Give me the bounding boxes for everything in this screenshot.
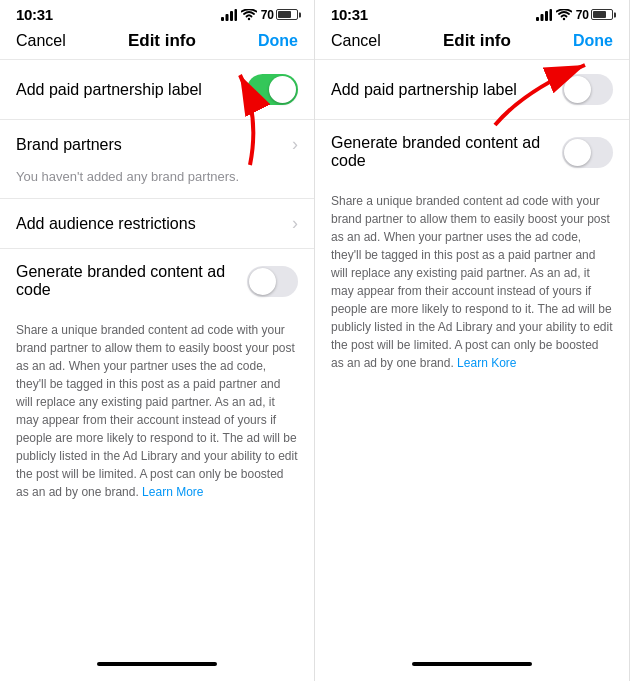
signal-icon-1 [221, 9, 237, 21]
paid-partnership-label-1: Add paid partnership label [16, 81, 202, 99]
home-bar-1 [97, 662, 217, 666]
wifi-icon-2 [556, 9, 572, 21]
chevron-icon-2: › [292, 213, 298, 234]
paid-partnership-label-2: Add paid partnership label [331, 81, 517, 99]
done-button-1[interactable]: Done [258, 32, 298, 50]
svg-rect-2 [230, 11, 233, 21]
home-indicator-2 [315, 653, 629, 681]
cancel-button-2[interactable]: Cancel [331, 32, 381, 50]
branded-content-toggle-1[interactable] [247, 266, 298, 297]
toggle-thumb-4 [564, 139, 591, 166]
page-title-1: Edit info [128, 31, 196, 51]
brand-partners-subtext-1: You haven't added any brand partners. [0, 169, 314, 198]
description-text-2: Share a unique branded content ad code w… [331, 194, 613, 370]
battery-1: 70 [261, 8, 298, 22]
svg-rect-5 [536, 17, 539, 21]
chevron-icon-1: › [292, 134, 298, 155]
paid-partnership-toggle-2[interactable] [562, 74, 613, 105]
home-indicator-1 [0, 653, 314, 681]
audience-restrictions-item-1[interactable]: Add audience restrictions › [0, 199, 314, 248]
content-2: Add paid partnership label Generate bran… [315, 60, 629, 653]
svg-rect-7 [545, 11, 548, 21]
status-bar-1: 10:31 70 [0, 0, 314, 27]
status-icons-1: 70 [221, 8, 298, 22]
svg-rect-0 [221, 17, 224, 21]
brand-partners-label-1: Brand partners [16, 136, 122, 154]
branded-content-label-1: Generate branded content ad code [16, 263, 247, 299]
status-time-2: 10:31 [331, 6, 368, 23]
status-bar-2: 10:31 70 [315, 0, 629, 27]
branded-content-toggle-2[interactable] [562, 137, 613, 168]
done-button-2[interactable]: Done [573, 32, 613, 50]
description-text-1: Share a unique branded content ad code w… [16, 323, 298, 499]
wifi-icon-1 [241, 9, 257, 21]
cancel-button-1[interactable]: Cancel [16, 32, 66, 50]
signal-icon-2 [536, 9, 552, 21]
battery-2: 70 [576, 8, 613, 22]
nav-bar-2: Cancel Edit info Done [315, 27, 629, 60]
paid-partnership-toggle-1[interactable] [247, 74, 298, 105]
branded-content-row-1: Generate branded content ad code [0, 249, 314, 313]
brand-partners-item-1[interactable]: Brand partners › [0, 120, 314, 169]
description-2: Share a unique branded content ad code w… [315, 184, 629, 388]
svg-rect-3 [234, 9, 237, 21]
learn-more-link-2[interactable]: Learn Kore [457, 356, 516, 370]
nav-bar-1: Cancel Edit info Done [0, 27, 314, 60]
status-time-1: 10:31 [16, 6, 53, 23]
toggle-thumb-3 [564, 76, 591, 103]
branded-content-label-2: Generate branded content ad code [331, 134, 562, 170]
audience-restrictions-label-1: Add audience restrictions [16, 215, 196, 233]
paid-partnership-row-2: Add paid partnership label [315, 60, 629, 119]
page-title-2: Edit info [443, 31, 511, 51]
svg-rect-8 [549, 9, 552, 21]
toggle-thumb-2 [249, 268, 276, 295]
branded-content-row-2: Generate branded content ad code [315, 120, 629, 184]
toggle-thumb-1 [269, 76, 296, 103]
learn-more-link-1[interactable]: Learn More [142, 485, 203, 499]
svg-rect-6 [540, 14, 543, 21]
screen-1: 10:31 70 Ca [0, 0, 315, 681]
screen-2: 10:31 70 Cancel Edit [315, 0, 630, 681]
description-1: Share a unique branded content ad code w… [0, 313, 314, 517]
home-bar-2 [412, 662, 532, 666]
svg-rect-1 [225, 14, 228, 21]
content-1: Add paid partnership label Brand partner… [0, 60, 314, 653]
status-icons-2: 70 [536, 8, 613, 22]
paid-partnership-row-1: Add paid partnership label [0, 60, 314, 119]
